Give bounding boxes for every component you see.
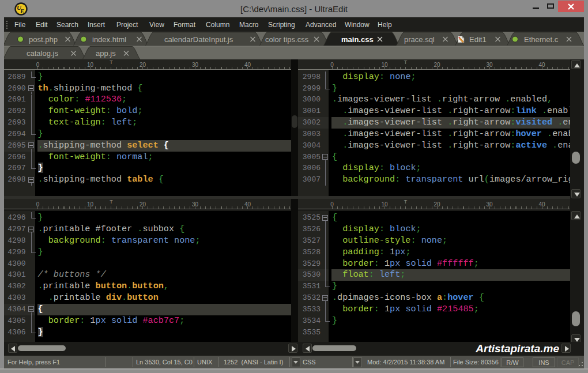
svg-text:prace.sql: prace.sql [404, 35, 435, 44]
svg-text:app.js: app.js [96, 49, 116, 58]
svg-text:color tips.css: color tips.css [265, 35, 309, 44]
svg-text:Edit1: Edit1 [469, 35, 487, 44]
svg-text:index.html: index.html [92, 35, 126, 44]
svg-text:catalog.js: catalog.js [27, 49, 58, 58]
svg-text:main.css: main.css [341, 35, 374, 44]
svg-text:calendarDateInput.js: calendarDateInput.js [164, 35, 233, 44]
svg-text:post.php: post.php [29, 35, 58, 44]
svg-text:Ethernet.c: Ethernet.c [524, 35, 559, 44]
